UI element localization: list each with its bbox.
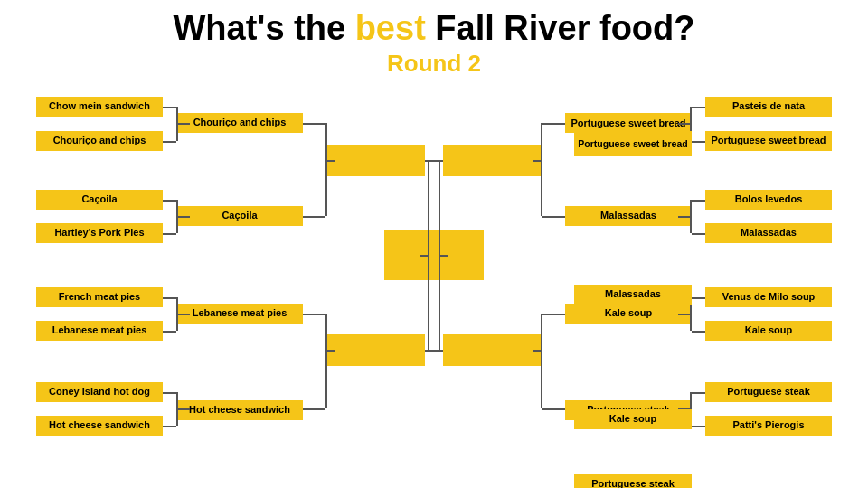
right-m2-t2: Malassadas xyxy=(705,223,832,243)
right-m3-t1: Venus de Milo soup xyxy=(705,287,832,307)
left-w3: Lebanese meat pies xyxy=(176,304,303,324)
line-lsemi1-in xyxy=(326,160,335,162)
right-semi2 xyxy=(443,334,542,366)
line-l1-t1 xyxy=(163,107,176,108)
line-l1-out xyxy=(176,123,190,125)
line-r1-t2 xyxy=(692,141,705,143)
right-w1: Portuguese sweet bread xyxy=(565,113,692,133)
line-lw3-out xyxy=(303,314,326,315)
line-lfinal-in xyxy=(439,255,448,257)
line-l4-t1 xyxy=(163,392,176,394)
line-rsemi1-final xyxy=(429,160,443,162)
title-highlight: best xyxy=(355,9,426,47)
right-w2: Malassadas xyxy=(565,206,692,226)
line-lw4-out xyxy=(303,408,326,410)
line-lw1-out xyxy=(303,123,326,125)
line-rsemi2-final xyxy=(429,350,443,352)
center-final xyxy=(384,230,484,280)
line-l1-t2 xyxy=(163,141,176,143)
line-rsemi2-in xyxy=(533,350,542,352)
right-m1-t2: Portuguese sweet bread xyxy=(705,131,832,151)
line-rw2-out xyxy=(542,216,565,218)
bracket: Chow mein sandwich Chouriço and chips Ca… xyxy=(0,86,868,483)
right-m4-t1: Portuguese steak xyxy=(705,382,832,402)
title-suffix: Fall River food? xyxy=(426,9,695,47)
line-r3-out xyxy=(678,314,692,315)
left-m2-t2: Hartley's Pork Pies xyxy=(36,223,163,243)
right-w3: Kale soup xyxy=(565,304,692,324)
page-title: What's the best Fall River food? xyxy=(0,0,868,48)
line-rsemi1-in xyxy=(533,160,542,162)
line-r2-t1 xyxy=(692,200,705,202)
left-w2: Caçoila xyxy=(176,206,303,226)
left-m1-t1: Chow mein sandwich xyxy=(36,97,163,117)
line-lw2-out xyxy=(303,216,326,218)
line-rw1-out xyxy=(542,123,565,125)
left-w1: Chouriço and chips xyxy=(176,113,303,133)
right-m1-t1: Pasteis de nata xyxy=(705,97,832,117)
line-l2-out xyxy=(176,216,190,218)
right-group-w2: Malassadas xyxy=(574,285,692,305)
line-l3-out xyxy=(176,314,190,315)
line-r3-t2 xyxy=(692,331,705,333)
left-m3-t2: Lebanese meat pies xyxy=(36,321,163,341)
line-l2-t1 xyxy=(163,200,176,202)
left-m4-t1: Coney Island hot dog xyxy=(36,382,163,402)
right-m3-t2: Kale soup xyxy=(705,321,832,341)
left-semi1 xyxy=(326,145,425,176)
round-label: Round 2 xyxy=(0,50,868,78)
line-l2-t2 xyxy=(163,233,176,235)
line-l3-t2 xyxy=(163,331,176,333)
line-l4-t2 xyxy=(163,426,176,427)
line-r2-out xyxy=(678,216,692,218)
left-semi2 xyxy=(326,334,425,366)
line-rsemi1-v xyxy=(541,123,542,216)
line-rw4-out xyxy=(542,408,565,410)
page: What's the best Fall River food? Round 2… xyxy=(0,0,868,488)
title-prefix: What's the xyxy=(174,9,355,47)
left-m4-t2: Hot cheese sandwich xyxy=(36,416,163,436)
line-r3-t1 xyxy=(692,297,705,299)
line-l4-out xyxy=(176,408,190,410)
line-r2-t2 xyxy=(692,233,705,235)
line-r4-t2 xyxy=(692,426,705,427)
right-group-w1: Portuguese sweet bread xyxy=(574,131,692,156)
left-m2-t1: Caçoila xyxy=(36,190,163,210)
left-m3-t1: French meat pies xyxy=(36,287,163,307)
line-rsemi2-v xyxy=(541,314,542,408)
left-m1-t2: Chouriço and chips xyxy=(36,131,163,151)
right-group-w4: Portuguese steak xyxy=(574,474,692,488)
line-l3-t1 xyxy=(163,297,176,299)
line-rfinal-in xyxy=(420,255,429,257)
left-w4: Hot cheese sandwich xyxy=(176,400,303,420)
line-lsemi2-in xyxy=(326,350,335,352)
line-r1-t1 xyxy=(692,107,705,108)
line-r1-out xyxy=(678,123,692,125)
right-semi1 xyxy=(443,145,542,176)
line-rw3-out xyxy=(542,314,565,315)
right-group-w3: Kale soup xyxy=(574,409,692,429)
right-m4-t2: Patti's Pierogis xyxy=(705,416,832,436)
line-lsemi1-v xyxy=(326,123,327,216)
right-m2-t1: Bolos levedos xyxy=(705,190,832,210)
line-r4-t1 xyxy=(692,392,705,394)
line-lsemi2-v xyxy=(326,314,327,408)
